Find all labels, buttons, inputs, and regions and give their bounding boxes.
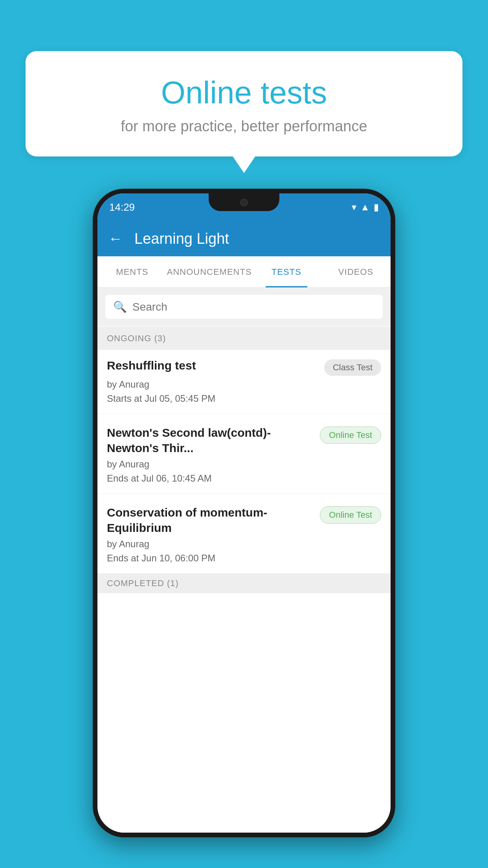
content-area: Reshuffling test Class Test by Anurag St… — [97, 347, 391, 833]
search-container: 🔍 — [97, 288, 391, 326]
speech-bubble-container: Online tests for more practice, better p… — [26, 51, 462, 156]
status-time: 14:29 — [109, 201, 135, 213]
section-ongoing-label: ONGOING (3) — [97, 327, 391, 350]
test-by-2: by Anurag — [107, 539, 381, 550]
app-header: ← Learning Light — [97, 221, 391, 256]
test-name-2: Conservation of momentum-Equilibrium — [107, 505, 320, 535]
speech-bubble: Online tests for more practice, better p… — [26, 51, 462, 156]
phone-notch — [209, 193, 279, 211]
test-badge-1: Online Test — [320, 427, 381, 444]
test-by-1: by Anurag — [107, 459, 381, 470]
app-title: Learning Light — [134, 230, 229, 247]
bubble-subtitle: for more practice, better performance — [49, 118, 439, 135]
tab-tests[interactable]: TESTS — [252, 256, 321, 287]
test-badge-2: Online Test — [320, 506, 381, 524]
signal-icon: ▲ — [360, 202, 370, 213]
test-item-top-0: Reshuffling test Class Test — [107, 358, 381, 376]
test-item-2[interactable]: Conservation of momentum-Equilibrium Onl… — [97, 494, 391, 574]
test-name-0: Reshuffling test — [107, 358, 324, 373]
test-time-1: Ends at Jul 06, 10:45 AM — [107, 473, 381, 484]
test-item-top-1: Newton's Second law(contd)-Newton's Thir… — [107, 425, 381, 456]
camera-icon — [240, 199, 248, 206]
status-icons: ▾ ▲ ▮ — [352, 202, 379, 213]
test-name-1: Newton's Second law(contd)-Newton's Thir… — [107, 425, 320, 456]
test-item-top-2: Conservation of momentum-Equilibrium Onl… — [107, 505, 381, 535]
test-badge-0: Class Test — [324, 359, 381, 376]
test-item-0[interactable]: Reshuffling test Class Test by Anurag St… — [97, 347, 391, 414]
tab-ments[interactable]: MENTS — [97, 256, 167, 287]
phone-container: 14:29 ▾ ▲ ▮ ← Learning Light MENTS ANNOU… — [93, 189, 395, 837]
test-time-0: Starts at Jul 05, 05:45 PM — [107, 393, 381, 404]
wifi-icon: ▾ — [352, 202, 356, 213]
tab-announcements[interactable]: ANNOUNCEMENTS — [167, 256, 252, 287]
bubble-title: Online tests — [49, 75, 439, 111]
phone-screen: 14:29 ▾ ▲ ▮ ← Learning Light MENTS ANNOU… — [97, 193, 391, 833]
search-icon: 🔍 — [113, 300, 127, 313]
search-input[interactable] — [132, 301, 375, 313]
test-item-1[interactable]: Newton's Second law(contd)-Newton's Thir… — [97, 414, 391, 494]
back-button[interactable]: ← — [108, 230, 123, 247]
test-by-0: by Anurag — [107, 379, 381, 390]
tab-bar: MENTS ANNOUNCEMENTS TESTS VIDEOS — [97, 256, 391, 288]
test-time-2: Ends at Jun 10, 06:00 PM — [107, 553, 381, 564]
search-input-wrapper: 🔍 — [105, 295, 383, 319]
phone-outer: 14:29 ▾ ▲ ▮ ← Learning Light MENTS ANNOU… — [93, 189, 395, 837]
tab-videos[interactable]: VIDEOS — [321, 256, 391, 287]
battery-icon: ▮ — [374, 202, 379, 213]
section-completed-label: COMPLETED (1) — [97, 574, 391, 593]
